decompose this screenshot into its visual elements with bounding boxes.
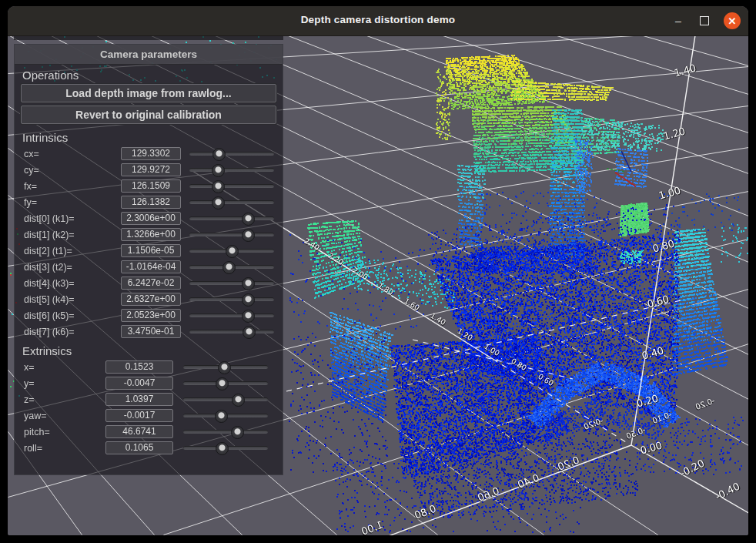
param-row: pitch=46.6741 (15, 424, 283, 441)
param-label: dist[6] (k5)= (24, 310, 75, 321)
param-row: dist[1] (k2)=1.3266e+00 (15, 227, 283, 243)
window-title: Depth camera distortion demo (8, 14, 748, 25)
param-slider[interactable] (189, 313, 274, 317)
param-label: roll= (24, 443, 42, 454)
param-value-field[interactable]: 126.1509 (121, 179, 181, 193)
param-value-field[interactable]: -1.0164e-04 (121, 260, 181, 273)
param-slider-handle[interactable] (212, 180, 225, 193)
param-row: dist[3] (t2)=-1.0164e-04 (15, 260, 283, 276)
param-value-field[interactable]: 1.0397 (105, 393, 173, 406)
param-slider-handle[interactable] (231, 426, 244, 439)
param-slider[interactable] (183, 430, 268, 434)
param-slider[interactable] (189, 281, 274, 285)
param-label: dist[1] (k2)= (24, 230, 75, 240)
param-row: dist[4] (k3)=6.2427e-02 (15, 276, 283, 292)
param-label: dist[3] (t2)= (24, 262, 72, 273)
extrinsics-rows: x=0.1523y=-0.0047z=1.0397yaw=-0.0017pitc… (15, 360, 283, 457)
app-window: 1.401.201.000.800.600.400.200.00-0.20-0.… (8, 6, 748, 535)
load-depth-image-button[interactable]: Load depth image from rawlog... (21, 84, 276, 102)
revert-calibration-button[interactable]: Revert to original calibration (21, 106, 276, 124)
param-slider[interactable] (183, 414, 268, 417)
param-slider-handle[interactable] (242, 213, 255, 226)
param-slider-handle[interactable] (232, 394, 245, 407)
maximize-icon (700, 16, 709, 25)
param-slider[interactable] (189, 265, 274, 269)
param-value-field[interactable]: -0.0017 (105, 409, 173, 422)
param-row: cy=129.9272 (15, 163, 283, 179)
param-label: dist[4] (k3)= (24, 278, 75, 289)
param-slider[interactable] (189, 249, 274, 253)
param-value-field[interactable]: 1.1506e-05 (121, 244, 181, 257)
param-value-field[interactable]: -0.0047 (105, 377, 173, 390)
param-label: yaw= (24, 411, 47, 421)
param-slider[interactable] (189, 168, 274, 172)
param-slider-handle[interactable] (226, 245, 239, 258)
param-slider-handle[interactable] (212, 148, 226, 161)
param-row: y=-0.0047 (15, 376, 283, 392)
param-row: dist[5] (k4)=2.6327e+00 (15, 292, 283, 308)
param-label: fx= (24, 181, 37, 192)
param-slider-handle[interactable] (242, 310, 255, 323)
panel-header[interactable]: Camera parameters (15, 45, 283, 65)
param-slider[interactable] (183, 446, 268, 450)
param-row: roll=0.1065 (15, 441, 283, 457)
minimize-button[interactable]: – (670, 12, 687, 29)
param-row: fy=126.1382 (15, 195, 283, 211)
param-value-field[interactable]: 2.3006e+00 (121, 212, 181, 225)
param-slider[interactable] (189, 200, 274, 204)
param-row: cx=129.3302 (15, 146, 283, 163)
maximize-button[interactable] (696, 12, 713, 29)
param-slider-handle[interactable] (215, 410, 228, 423)
param-slider-handle[interactable] (212, 196, 225, 209)
param-row: dist[7] (k6)=3.4750e-01 (15, 324, 283, 340)
param-slider-handle[interactable] (216, 377, 229, 390)
param-slider[interactable] (183, 381, 268, 385)
param-slider-handle[interactable] (222, 261, 236, 274)
param-label: pitch= (24, 427, 50, 437)
param-slider[interactable] (183, 397, 268, 401)
param-slider-handle[interactable] (216, 442, 229, 455)
param-value-field[interactable]: 3.4750e-01 (121, 325, 181, 338)
param-label: x= (24, 362, 35, 373)
param-row: z=1.0397 (15, 392, 283, 408)
section-operations: Operations (15, 65, 283, 84)
param-value-field[interactable]: 2.0523e+00 (121, 309, 181, 322)
param-label: cx= (24, 149, 39, 159)
param-slider-handle[interactable] (243, 326, 256, 339)
param-row: dist[6] (k5)=2.0523e+00 (15, 308, 283, 324)
param-slider-handle[interactable] (218, 361, 231, 374)
param-label: dist[2] (t1)= (24, 246, 72, 256)
param-label: dist[7] (k6)= (24, 327, 75, 337)
param-value-field[interactable]: 6.2427e-02 (121, 277, 181, 290)
param-value-field[interactable]: 46.6741 (105, 425, 173, 438)
param-value-field[interactable]: 126.1382 (121, 196, 181, 209)
param-value-field[interactable]: 2.6327e+00 (121, 293, 181, 306)
param-label: dist[0] (k1)= (24, 213, 75, 224)
section-intrinsics: Intrinsics (15, 127, 283, 146)
param-slider-handle[interactable] (212, 164, 225, 177)
param-label: y= (24, 378, 35, 389)
param-label: fy= (24, 197, 37, 208)
section-extrinsics: Extrinsics (15, 340, 283, 360)
param-slider[interactable] (189, 184, 274, 188)
param-slider[interactable] (183, 365, 268, 369)
param-slider[interactable] (189, 216, 274, 220)
param-value-field[interactable]: 129.9272 (121, 163, 181, 176)
param-slider-handle[interactable] (242, 277, 255, 290)
param-value-field[interactable]: 129.3302 (121, 147, 181, 160)
close-button[interactable]: ✕ (724, 12, 741, 29)
param-slider[interactable] (189, 330, 274, 334)
param-value-field[interactable]: 0.1523 (105, 360, 173, 374)
param-value-field[interactable]: 0.1065 (105, 441, 173, 454)
param-row: dist[2] (t1)=1.1506e-05 (15, 243, 283, 260)
param-slider[interactable] (189, 297, 274, 301)
param-row: yaw=-0.0017 (15, 408, 283, 424)
param-label: z= (24, 394, 35, 405)
param-value-field[interactable]: 1.3266e+00 (121, 228, 181, 241)
param-row: fx=126.1509 (15, 179, 283, 195)
param-slider-handle[interactable] (242, 229, 255, 242)
param-slider[interactable] (189, 233, 274, 236)
param-label: cy= (24, 165, 39, 176)
param-slider[interactable] (189, 152, 274, 156)
param-slider-handle[interactable] (242, 293, 255, 307)
